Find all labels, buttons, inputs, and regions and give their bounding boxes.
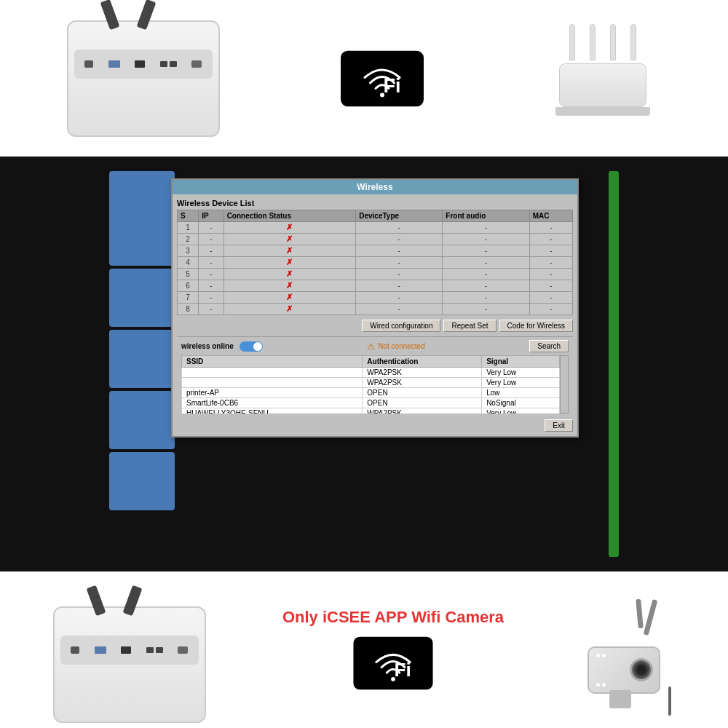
led2 [602, 654, 606, 657]
ssid-list-wrapper: SSID Authentication Signal WPA2PSK Very … [181, 355, 569, 414]
camera-body [587, 646, 660, 694]
cell-ip: - [199, 222, 223, 234]
table-row[interactable]: 4 - ✗ - - - [178, 257, 573, 269]
sidebar-bar-blue4 [109, 391, 175, 449]
port-audio-b [71, 646, 79, 654]
router-antenna3 [610, 24, 616, 60]
port-power [191, 60, 202, 68]
cell-mac: - [529, 269, 572, 280]
nvr-device-top [67, 20, 220, 137]
ssid-cell: SmartLife-0CB6 [182, 398, 363, 408]
table-row[interactable]: 3 - ✗ - - - [178, 245, 573, 257]
svg-text:Fi: Fi [383, 74, 400, 96]
table-row[interactable]: 7 - ✗ - - - [178, 292, 573, 304]
auth-cell: OPEN [363, 398, 482, 408]
table-row[interactable]: 8 - ✗ - - - [178, 304, 573, 315]
cell-mac: - [529, 257, 572, 269]
camera-antenna1 [644, 598, 658, 635]
camera-leds-bot [596, 683, 606, 687]
port-audio [84, 60, 93, 68]
top-section: Fi [0, 0, 728, 157]
exit-button[interactable]: Exit [545, 419, 573, 432]
svg-rect-0 [341, 51, 424, 106]
exit-button-row: Exit [177, 419, 573, 432]
ssid-cell [182, 378, 363, 388]
toggle-knob [253, 342, 262, 351]
cell-s: 4 [178, 257, 199, 269]
router-antennas-top [569, 24, 636, 60]
camera-lens [630, 658, 653, 681]
camera-antenna2 [636, 598, 644, 628]
port-power-b [178, 646, 188, 654]
auth-cell: WPA2PSK [363, 368, 482, 378]
cell-ip: - [199, 234, 223, 245]
port-usb2 [170, 61, 177, 67]
camera-device [580, 599, 675, 716]
led3 [596, 683, 600, 687]
ssid-cell: printer-AP [182, 388, 363, 398]
ssid-row[interactable]: WPA2PSK Very Low [182, 368, 560, 378]
ssid-scrollbar[interactable] [560, 355, 569, 414]
cell-s: 6 [178, 280, 199, 292]
code-for-wireless-button[interactable]: Code for Wireless [499, 320, 573, 332]
wifi-badge-top: Fi [324, 35, 440, 122]
repeat-set-button[interactable]: Repeat Set [443, 320, 496, 332]
router-antenna1 [569, 24, 575, 60]
port-hdmi-b [121, 646, 131, 654]
signal-cell: NoSignal [482, 398, 560, 408]
port-hdmi [135, 60, 145, 68]
device-list-table: S IP Connection Status DeviceType Front … [177, 210, 573, 315]
table-row[interactable]: 2 - ✗ - - - [178, 234, 573, 245]
promo-text: Only iCSEE APP Wifi Camera [282, 608, 504, 627]
router-body-top [559, 63, 646, 107]
warning-icon: ⚠ [367, 341, 375, 352]
led4 [602, 683, 606, 687]
cell-device-type: - [356, 280, 443, 292]
col-mac: MAC [529, 210, 572, 222]
cell-ip: - [199, 269, 223, 280]
cell-status: ✗ [223, 292, 356, 304]
port-usb1-b [146, 647, 154, 653]
wireless-dialog: Wireless Wireless Device List S IP Conne… [171, 178, 579, 438]
cell-front-audio: - [443, 304, 529, 315]
ssid-row[interactable]: printer-AP OPEN Low [182, 388, 560, 398]
ssid-col-auth: Authentication [363, 356, 482, 368]
not-connected-indicator: ⚠ Not connected [269, 341, 524, 352]
cell-s: 1 [178, 222, 199, 234]
signal-cell: Low [482, 388, 560, 398]
search-button[interactable]: Search [529, 340, 569, 352]
ssid-col-ssid: SSID [182, 356, 363, 368]
table-row[interactable]: 5 - ✗ - - - [178, 269, 573, 280]
cell-mac: - [529, 280, 572, 292]
ssid-row[interactable]: SmartLife-0CB6 OPEN NoSignal [182, 398, 560, 408]
cell-s: 3 [178, 245, 199, 257]
cell-front-audio: - [443, 222, 529, 234]
cell-status: ✗ [223, 280, 356, 292]
camera-mount [609, 690, 631, 708]
table-row[interactable]: 6 - ✗ - - - [178, 280, 573, 292]
wired-config-button[interactable]: Wired configuration [362, 320, 440, 332]
wireless-controls: wireless online ⚠ Not connected Search [181, 340, 569, 352]
cell-s: 7 [178, 292, 199, 304]
cell-device-type: - [356, 245, 443, 257]
middle-section: Wireless Wireless Device List S IP Conne… [0, 157, 728, 571]
wifi-logo-bottom-svg: Fi [349, 634, 437, 692]
table-row[interactable]: 1 - ✗ - - - [178, 222, 573, 234]
ssid-col-signal: Signal [482, 356, 560, 368]
ssid-cell: HUAWEI-LY3QHE-SENU [182, 408, 363, 414]
svg-text:Fi: Fi [394, 659, 411, 681]
cell-device-type: - [356, 304, 443, 315]
action-button-row: Wired configuration Repeat Set Code for … [177, 320, 573, 332]
cell-status: ✗ [223, 269, 356, 280]
wireless-toggle[interactable] [240, 341, 263, 352]
cell-ip: - [199, 304, 223, 315]
ssid-row[interactable]: WPA2PSK Very Low [182, 378, 560, 388]
device-list-label: Wireless Device List [177, 199, 573, 207]
nvr-front-panel [74, 50, 213, 79]
left-sidebar-bar [109, 171, 175, 557]
cell-status: ✗ [223, 245, 356, 257]
ssid-row[interactable]: HUAWEI-LY3QHE-SENU WPA2PSK Very Low [182, 408, 560, 414]
auth-cell: WPA2PSK [363, 378, 482, 388]
col-s: S [178, 210, 199, 222]
cell-status: ✗ [223, 257, 356, 269]
